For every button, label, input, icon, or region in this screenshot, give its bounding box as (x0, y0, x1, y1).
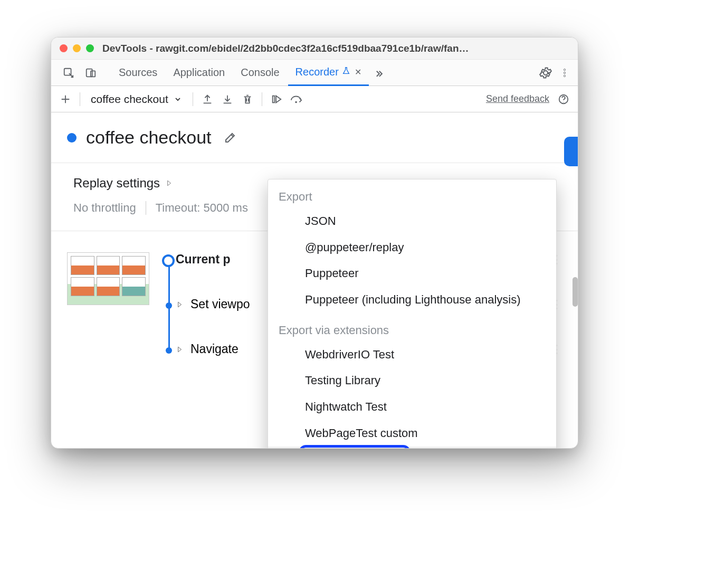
export-dropdown: Export JSON @puppeteer/replay Puppeteer … (268, 179, 557, 448)
recorder-content: coffee checkout Replay settings No throt… (51, 112, 578, 448)
window-titlebar: DevTools - rawgit.com/ebidel/2d2bb0cdec3… (51, 37, 578, 60)
help-icon[interactable] (555, 90, 573, 108)
export-webpagetest[interactable]: WebPageTest custom (268, 420, 556, 447)
svg-point-3 (564, 69, 565, 70)
side-panel-handle[interactable] (564, 137, 578, 166)
traffic-lights (60, 44, 94, 52)
minimize-window-icon[interactable] (73, 44, 81, 52)
window-title: DevTools - rawgit.com/ebidel/2d2bb0cdec3… (102, 43, 569, 54)
delete-icon[interactable] (239, 90, 256, 108)
timeout-value: Timeout: 5000 ms (156, 201, 248, 215)
import-icon[interactable] (218, 90, 236, 108)
svg-rect-1 (87, 69, 92, 77)
tab-recorder[interactable]: Recorder ✕ (288, 60, 369, 86)
tab-console[interactable]: Console (233, 60, 287, 86)
export-puppeteer-replay[interactable]: @puppeteer/replay (268, 234, 556, 261)
svg-point-7 (295, 101, 297, 103)
export-puppeteer[interactable]: Puppeteer (268, 260, 556, 287)
throttling-value: No throttling (73, 201, 136, 215)
caret-right-icon (176, 346, 183, 353)
close-tab-icon[interactable]: ✕ (355, 67, 361, 77)
more-tabs-icon[interactable] (370, 64, 388, 82)
recording-header: coffee checkout (51, 112, 578, 163)
settings-icon[interactable] (537, 64, 555, 82)
export-nightwatch[interactable]: Nightwatch Test (268, 394, 556, 420)
tab-application[interactable]: Application (166, 60, 232, 86)
close-window-icon[interactable] (60, 44, 68, 52)
send-feedback-link[interactable]: Send feedback (486, 93, 549, 105)
page-thumbnail (67, 252, 149, 305)
rename-icon[interactable] (221, 129, 239, 147)
dropdown-section-extensions: Export via extensions (268, 313, 556, 342)
export-testing-library[interactable]: Testing Library (268, 367, 556, 394)
svg-point-5 (564, 75, 565, 77)
svg-rect-6 (272, 96, 274, 102)
export-puppeteer-lighthouse[interactable]: Puppeteer (including Lighthouse analysis… (268, 287, 556, 313)
device-toolbar-icon[interactable] (82, 64, 100, 82)
svg-rect-2 (91, 71, 95, 77)
chevron-down-icon (174, 95, 182, 103)
step-over-icon[interactable] (288, 90, 306, 108)
recording-title: coffee checkout (86, 127, 212, 148)
caret-right-icon (176, 301, 183, 308)
export-webdriverio[interactable]: WebdriverIO Test (268, 342, 556, 368)
get-extensions[interactable]: Get extensions… (268, 447, 556, 449)
devtools-window: DevTools - rawgit.com/ebidel/2d2bb0cdec3… (51, 37, 578, 449)
replay-icon[interactable] (268, 90, 285, 108)
panel-tabs: Sources Application Console Recorder ✕ (51, 60, 578, 86)
svg-point-4 (564, 72, 565, 73)
new-recording-icon[interactable] (56, 90, 74, 108)
recorder-toolbar: coffee checkout Send feedback (51, 86, 578, 112)
export-json[interactable]: JSON (268, 208, 556, 234)
tab-sources[interactable]: Sources (111, 60, 165, 86)
scrollbar[interactable] (573, 277, 578, 307)
maximize-window-icon[interactable] (86, 44, 94, 52)
inspect-element-icon[interactable] (60, 64, 78, 82)
dropdown-section-export: Export (268, 179, 556, 208)
caret-right-icon (165, 179, 173, 187)
export-icon[interactable] (198, 90, 216, 108)
recording-status-icon (67, 133, 77, 143)
recording-select[interactable]: coffee checkout (85, 93, 187, 106)
kebab-menu-icon[interactable] (556, 64, 574, 82)
experiment-icon (342, 67, 350, 77)
